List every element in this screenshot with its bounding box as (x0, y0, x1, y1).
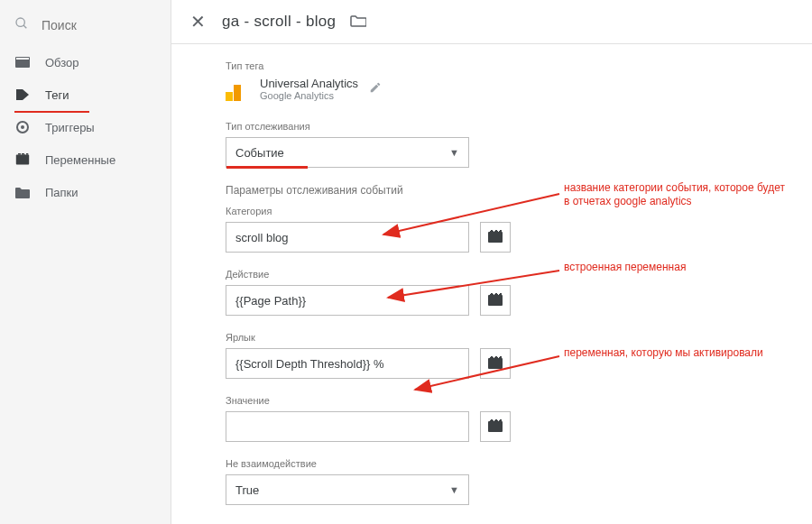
label-label: Ярлык (226, 332, 787, 343)
search-icon (14, 16, 29, 33)
noninteraction-label: Не взаимодействие (226, 458, 787, 469)
sidebar-item-label: Обзор (45, 56, 79, 69)
lego-icon (488, 295, 503, 306)
variable-picker-button[interactable] (480, 285, 511, 316)
action-label: Действие (226, 269, 787, 280)
sidebar-item-label: Триггеры (45, 121, 95, 134)
label-input[interactable] (226, 348, 469, 379)
tag-type-row[interactable]: Universal Analytics Google Analytics (226, 77, 787, 101)
page-title: ga - scroll - blog (222, 13, 336, 31)
panel-header: ✕ ga - scroll - blog (171, 0, 812, 44)
chevron-down-icon: ▼ (449, 484, 459, 495)
sidebar-item-folders[interactable]: Папки (0, 176, 171, 208)
variable-picker-button[interactable] (480, 222, 511, 253)
noninteraction-select[interactable]: True ▼ (226, 474, 469, 505)
search-field[interactable] (0, 7, 171, 46)
dashboard-icon (14, 55, 31, 69)
svg-point-0 (16, 18, 24, 26)
sidebar-item-tags[interactable]: Теги (0, 78, 171, 111)
category-input[interactable] (226, 222, 469, 253)
sidebar-item-variables[interactable]: Переменные (0, 143, 171, 176)
sidebar-item-label: Переменные (45, 153, 115, 167)
edit-icon[interactable] (369, 81, 382, 97)
sidebar-item-triggers[interactable]: Триггеры (0, 111, 171, 143)
sidebar-item-label: Папки (45, 186, 78, 199)
close-icon[interactable]: ✕ (188, 11, 208, 32)
svg-point-5 (21, 125, 24, 129)
lego-icon (488, 421, 503, 432)
sidebar-item-overview[interactable]: Обзор (0, 46, 171, 78)
event-params-label: Параметры отслеживания событий (226, 184, 787, 197)
track-type-label: Тип отслеживания (226, 121, 787, 132)
action-input[interactable] (226, 285, 469, 316)
tag-type-name: Universal Analytics (260, 77, 358, 90)
variable-picker-button[interactable] (480, 348, 511, 379)
track-type-value: Событие (235, 146, 284, 160)
variable-icon (14, 152, 31, 167)
svg-line-1 (23, 25, 26, 28)
value-input[interactable] (226, 411, 469, 442)
variable-picker-button[interactable] (480, 411, 511, 442)
tag-icon (14, 87, 31, 102)
noninteraction-value: True (235, 483, 259, 497)
folder-outline-icon[interactable] (350, 14, 366, 30)
lego-icon (488, 232, 503, 243)
sidebar: Обзор Теги Триггеры Переменные Папки (0, 0, 171, 524)
folder-icon (14, 185, 31, 199)
trigger-icon (14, 120, 31, 134)
ga-logo-icon (226, 78, 249, 101)
track-type-select[interactable]: Событие ▼ (226, 137, 469, 168)
chevron-down-icon: ▼ (449, 147, 459, 158)
tag-type-sub: Google Analytics (260, 90, 358, 101)
main-panel: ✕ ga - scroll - blog Тип тега Universal … (171, 0, 812, 524)
sidebar-item-label: Теги (45, 88, 69, 102)
lego-icon (488, 358, 503, 369)
search-input[interactable] (42, 18, 156, 32)
tag-type-label: Тип тега (226, 60, 787, 71)
value-label: Значение (226, 395, 787, 406)
category-label: Категория (226, 206, 787, 216)
svg-rect-3 (16, 58, 29, 60)
